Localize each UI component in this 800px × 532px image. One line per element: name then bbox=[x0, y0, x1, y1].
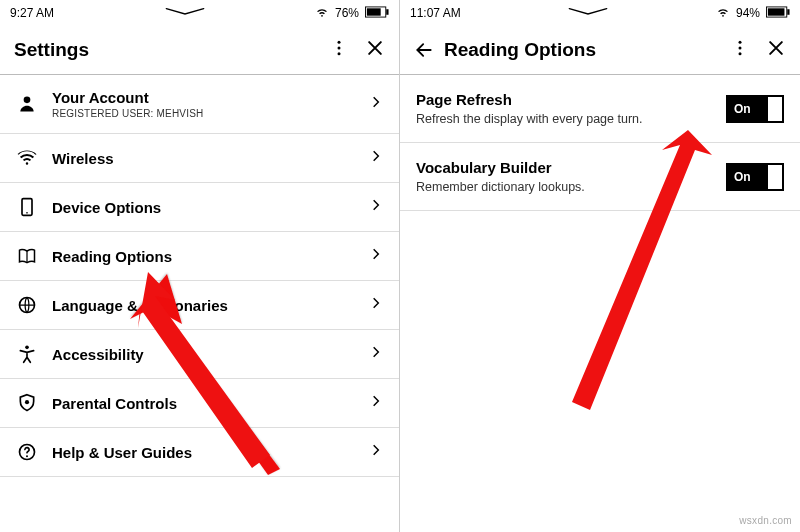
header: Settings bbox=[0, 24, 399, 75]
setting-subtitle: Refresh the display with every page turn… bbox=[416, 112, 712, 126]
svg-point-19 bbox=[739, 52, 742, 55]
row-label: Parental Controls bbox=[52, 395, 355, 412]
chevron-down-icon[interactable] bbox=[165, 6, 205, 20]
shield-icon bbox=[16, 393, 38, 413]
svg-point-6 bbox=[24, 97, 31, 104]
status-battery-text: 94% bbox=[736, 6, 760, 20]
wifi-icon bbox=[716, 5, 730, 22]
toggle-label: On bbox=[728, 170, 757, 184]
close-icon[interactable] bbox=[766, 38, 786, 62]
svg-point-17 bbox=[739, 41, 742, 44]
chevron-right-icon bbox=[369, 198, 383, 216]
svg-rect-2 bbox=[386, 9, 388, 15]
row-parental-controls[interactable]: Parental Controls bbox=[0, 379, 399, 428]
status-battery-text: 76% bbox=[335, 6, 359, 20]
svg-point-10 bbox=[25, 346, 29, 350]
chevron-right-icon bbox=[369, 394, 383, 412]
row-label: Help & User Guides bbox=[52, 444, 355, 461]
status-time: 11:07 AM bbox=[410, 6, 461, 20]
status-bar: 11:07 AM 94% bbox=[400, 0, 800, 24]
toggle-knob bbox=[768, 165, 782, 189]
svg-rect-16 bbox=[787, 9, 789, 15]
accessibility-icon bbox=[16, 344, 38, 364]
row-reading-options[interactable]: Reading Options bbox=[0, 232, 399, 281]
row-label: Device Options bbox=[52, 199, 355, 216]
row-page-refresh: Page Refresh Refresh the display with ev… bbox=[400, 75, 800, 143]
svg-point-8 bbox=[26, 212, 28, 214]
device-icon bbox=[16, 197, 38, 217]
chevron-down-icon[interactable] bbox=[568, 6, 608, 20]
more-vert-icon[interactable] bbox=[730, 38, 750, 62]
setting-title: Page Refresh bbox=[416, 91, 712, 108]
status-time: 9:27 AM bbox=[10, 6, 54, 20]
wifi-icon bbox=[16, 148, 38, 168]
globe-icon bbox=[16, 295, 38, 315]
chevron-right-icon bbox=[369, 296, 383, 314]
row-label: Wireless bbox=[52, 150, 355, 167]
reading-options-list: Page Refresh Refresh the display with ev… bbox=[400, 75, 800, 532]
page-title: Reading Options bbox=[444, 39, 720, 61]
row-sublabel: REGISTERED USER: MEHVISH bbox=[52, 108, 355, 119]
help-icon bbox=[16, 442, 38, 462]
setting-title: Vocabulary Builder bbox=[416, 159, 712, 176]
setting-subtitle: Remember dictionary lookups. bbox=[416, 180, 712, 194]
chevron-right-icon bbox=[369, 443, 383, 461]
battery-icon bbox=[766, 6, 790, 21]
page-title: Settings bbox=[14, 39, 319, 61]
row-accessibility[interactable]: Accessibility bbox=[0, 330, 399, 379]
row-device-options[interactable]: Device Options bbox=[0, 183, 399, 232]
book-icon bbox=[16, 246, 38, 266]
svg-point-4 bbox=[338, 47, 341, 50]
header: Reading Options bbox=[400, 24, 800, 75]
settings-list: Your Account REGISTERED USER: MEHVISH Wi… bbox=[0, 75, 399, 532]
toggle-label: On bbox=[728, 102, 757, 116]
status-bar: 9:27 AM 76% bbox=[0, 0, 399, 24]
toggle-page-refresh[interactable]: On bbox=[726, 95, 784, 123]
wifi-icon bbox=[315, 5, 329, 22]
svg-point-5 bbox=[338, 52, 341, 55]
row-help-guides[interactable]: Help & User Guides bbox=[0, 428, 399, 477]
svg-point-18 bbox=[739, 47, 742, 50]
row-label: Accessibility bbox=[52, 346, 355, 363]
more-vert-icon[interactable] bbox=[329, 38, 349, 62]
back-icon[interactable] bbox=[414, 40, 434, 60]
user-icon bbox=[16, 94, 38, 114]
svg-point-3 bbox=[338, 41, 341, 44]
row-language-dictionaries[interactable]: Language & Dictionaries bbox=[0, 281, 399, 330]
battery-icon bbox=[365, 6, 389, 21]
svg-rect-15 bbox=[768, 8, 785, 15]
svg-point-13 bbox=[26, 455, 28, 457]
svg-rect-1 bbox=[367, 8, 381, 15]
row-label: Your Account bbox=[52, 89, 355, 106]
row-vocabulary-builder: Vocabulary Builder Remember dictionary l… bbox=[400, 143, 800, 211]
row-wireless[interactable]: Wireless bbox=[0, 134, 399, 183]
watermark: wsxdn.com bbox=[739, 515, 792, 526]
chevron-right-icon bbox=[369, 95, 383, 113]
svg-point-11 bbox=[25, 400, 29, 404]
row-label: Reading Options bbox=[52, 248, 355, 265]
toggle-knob bbox=[768, 97, 782, 121]
chevron-right-icon bbox=[369, 149, 383, 167]
row-label: Language & Dictionaries bbox=[52, 297, 355, 314]
chevron-right-icon bbox=[369, 247, 383, 265]
row-your-account[interactable]: Your Account REGISTERED USER: MEHVISH bbox=[0, 75, 399, 134]
chevron-right-icon bbox=[369, 345, 383, 363]
close-icon[interactable] bbox=[365, 38, 385, 62]
toggle-vocabulary-builder[interactable]: On bbox=[726, 163, 784, 191]
